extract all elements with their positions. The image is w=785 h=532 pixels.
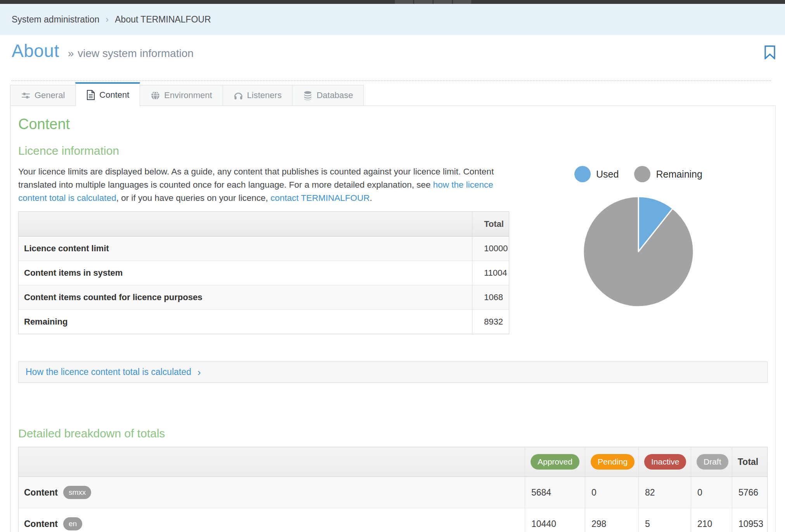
intro-text-part: . [370, 193, 372, 203]
draft-column-header: Draft [691, 447, 732, 477]
total-value: 5766 [732, 477, 768, 508]
empty-header-cell [19, 212, 472, 237]
licence-pie-chart [581, 194, 696, 311]
draft-badge: Draft [697, 454, 728, 470]
total-column-header: Total [472, 212, 509, 237]
row-value: 10000 [472, 237, 509, 261]
row-value: 1068 [472, 285, 509, 310]
row-value: 11004 [472, 261, 509, 285]
tab-listeners[interactable]: Listeners [223, 85, 292, 106]
tab-label: Content [99, 90, 129, 100]
approved-value: 10440 [525, 508, 585, 532]
table-row: Content items counted for licence purpos… [19, 285, 509, 310]
legend-item-remaining: Remaining [634, 166, 702, 182]
tab-label: Database [316, 90, 353, 100]
pending-value: 0 [585, 477, 639, 508]
breadcrumb-item-system-administration[interactable]: System administration [12, 14, 99, 25]
breadcrumb-separator-icon: › [105, 14, 109, 25]
tab-environment[interactable]: Environment [140, 85, 223, 106]
tab-content[interactable]: Content [75, 82, 140, 106]
inactive-value: 5 [639, 508, 691, 532]
database-icon [303, 91, 313, 100]
row-label: Content items counted for licence purpos… [19, 285, 472, 310]
draft-value: 210 [691, 508, 732, 532]
language-badge: en [63, 517, 82, 530]
breadcrumb-item-about-terminalfour[interactable]: About TERMINALFOUR [115, 14, 211, 25]
breakdown-table: Approved Pending Inactive Draft Total [18, 447, 768, 532]
divider [12, 80, 771, 81]
document-icon [86, 90, 95, 100]
sliders-icon [21, 91, 31, 100]
page-title-bar: About » view system information [12, 40, 194, 67]
breakdown-heading: Detailed breakdown of totals [18, 427, 768, 440]
table-row: Licence content limit 10000 [19, 237, 509, 261]
inactive-column-header: Inactive [639, 447, 691, 477]
language-badge: smxx [63, 486, 91, 499]
tab-label: Listeners [247, 90, 282, 100]
table-header-row: Total [19, 212, 509, 237]
tab-general[interactable]: General [10, 85, 76, 106]
tab-content-panel: Content Licence information Your licence… [10, 105, 776, 532]
row-label: Licence content limit [19, 237, 472, 261]
row-value: 8932 [472, 310, 509, 334]
licence-left-column: Your licence limits are displayed below.… [18, 165, 509, 334]
row-label: Contenten [19, 508, 525, 532]
chrome-tab-segment [395, 0, 413, 4]
browser-chrome-strip [0, 0, 785, 4]
page-subtitle: view system information [78, 47, 194, 60]
licence-columns: Your licence limits are displayed below.… [18, 165, 768, 334]
content-row-label: Content [24, 519, 58, 529]
page-title-separator: » [68, 47, 74, 60]
licence-information-heading: Licence information [18, 144, 768, 157]
pie-slice-remaining [583, 197, 693, 307]
approved-badge: Approved [531, 454, 579, 470]
intro-text-part: , or if you have queries on your licence… [116, 193, 271, 203]
breadcrumb: System administration › About TERMINALFO… [0, 4, 785, 35]
legend-label: Remaining [656, 169, 702, 180]
tab-database[interactable]: Database [292, 85, 364, 106]
screen: System administration › About TERMINALFO… [0, 0, 785, 532]
approved-column-header: Approved [525, 447, 585, 477]
chrome-tab-segment [414, 0, 432, 4]
table-row: Content items in system 11004 [19, 261, 509, 285]
headphones-icon [233, 91, 243, 100]
used-swatch-icon [574, 166, 591, 182]
tab-label: General [35, 90, 65, 100]
licence-chart-column: Used Remaining [509, 165, 768, 334]
row-label: Contentsmxx [19, 477, 525, 508]
row-label: Remaining [19, 310, 472, 334]
empty-header-cell [19, 447, 525, 477]
pie-legend: Used Remaining [574, 166, 702, 182]
inactive-value: 82 [639, 477, 691, 508]
tab-bar: General Content [10, 82, 363, 106]
pending-value: 298 [585, 508, 639, 532]
pending-badge: Pending [591, 454, 635, 470]
chevron-right-icon: › [197, 367, 201, 377]
row-label: Content items in system [19, 261, 472, 285]
how-calculated-label: How the licence content total is calcula… [26, 367, 191, 377]
globe-icon [150, 91, 160, 100]
table-header-row: Approved Pending Inactive Draft Total [19, 447, 768, 477]
bookmark-icon[interactable] [764, 45, 776, 59]
legend-label: Used [596, 169, 619, 180]
page-title: About [12, 40, 59, 61]
approved-value: 5684 [525, 477, 585, 508]
content-row-label: Content [24, 487, 58, 497]
how-calculated-expander[interactable]: How the licence content total is calcula… [18, 361, 768, 383]
table-row: Contentsmxx 5684 0 82 0 5766 [19, 477, 768, 508]
legend-item-used: Used [574, 166, 619, 182]
intro-text-part: Your licence limits are displayed below.… [18, 167, 494, 190]
total-value: 10953 [732, 508, 768, 532]
pending-column-header: Pending [585, 447, 639, 477]
contact-terminalfour-link[interactable]: contact TERMINALFOUR [270, 193, 370, 203]
section-title: Content [18, 116, 768, 133]
table-row: Remaining 8932 [19, 310, 509, 334]
licence-intro-text: Your licence limits are displayed below.… [18, 165, 508, 205]
licence-table: Total Licence content limit 10000 Conten… [18, 211, 509, 334]
table-row: Contenten 10440 298 5 210 10953 [19, 508, 768, 532]
remaining-swatch-icon [634, 166, 650, 182]
total-column-header: Total [732, 447, 768, 477]
chrome-tab-segment [434, 0, 452, 4]
draft-value: 0 [691, 477, 732, 508]
chrome-tab-segment [453, 0, 471, 4]
